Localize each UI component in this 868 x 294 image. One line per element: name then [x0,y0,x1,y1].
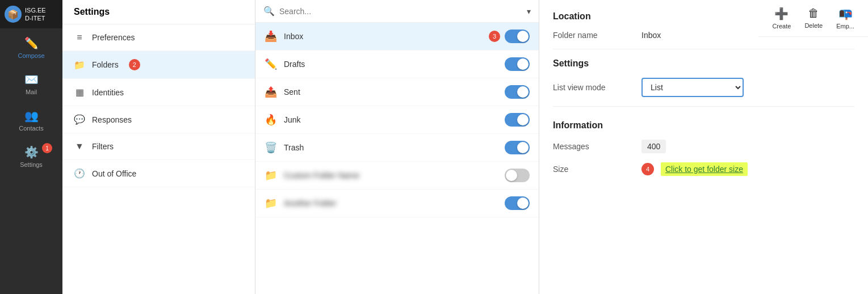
size-row: Size 4 Click to get folder size [553,162,854,176]
folder-name-drafts: Drafts [284,60,498,69]
folder-name-custom1: Custom Folder Name [284,171,498,180]
settings-item-responses[interactable]: 💬 Responses [62,106,255,133]
settings-title: Settings [553,58,854,69]
inbox-icon: 📥 [265,30,277,43]
size-value-container: 4 Click to get folder size [641,162,748,176]
divider-2 [553,106,854,107]
folders-icon: 📁 [74,60,85,70]
settings-item-folders[interactable]: 📁 Folders 2 [62,51,255,79]
folder-name-label: Folder name [553,31,632,40]
folder-panel: 🔍 ▾ 📥 Inbox 3 ✏️ Drafts [255,0,539,294]
settings-panel: Settings ≡ Preferences 📁 Folders 2 ▦ Ide… [62,0,255,294]
responses-icon: 💬 [74,114,85,125]
junk-toggle[interactable] [505,113,530,127]
nav-item-mail[interactable]: ✉️ Mail [0,65,62,101]
drafts-toggle-track[interactable] [505,57,530,71]
folder-item-junk[interactable]: 🔥 Junk [255,106,539,134]
information-section: Information Messages 400 Size 4 Click to… [553,120,854,176]
settings-nav-badge: 1 [42,143,52,153]
settings-icon: ⚙️ [24,145,39,159]
search-icon: 🔍 [263,6,275,16]
contacts-icon: 👥 [24,109,39,123]
folder-item-inbox[interactable]: 📥 Inbox 3 [255,23,539,51]
list-view-mode-label: List view mode [553,83,632,92]
custom2-toggle[interactable] [505,196,530,210]
top-toolbar: ➕ Create 🗑 Delete 📭 Emp... [758,0,868,37]
empty-icon: 📭 [838,7,853,20]
trash-toggle-thumb [517,142,529,153]
logo-text: ISG.EE D-ITET [25,6,46,23]
sent-toggle[interactable] [505,85,530,99]
messages-value: 400 [641,140,666,153]
step4-badge: 4 [641,163,654,175]
empty-button[interactable]: 📭 Emp... [836,7,854,30]
nav-item-compose[interactable]: ✏️ Compose [0,28,62,65]
inbox-toggle-container: 3 [489,30,530,43]
trash-toggle[interactable] [505,141,530,154]
search-bar: 🔍 ▾ [255,0,539,23]
click-to-size-link[interactable]: Click to get folder size [661,162,748,176]
create-icon: ➕ [774,7,789,20]
folder-item-sent[interactable]: 📤 Sent [255,78,539,106]
delete-button[interactable]: 🗑 Delete [804,7,823,30]
mail-icon: ✉️ [24,73,39,86]
compose-icon: ✏️ [24,36,39,50]
detail-panel: Location Folder name Inbox Settings List… [539,0,868,294]
sent-toggle-track[interactable] [505,85,530,99]
list-view-mode-select[interactable]: List Threads Compact [641,78,744,97]
sidebar-logo: 📦 ISG.EE D-ITET [0,0,62,28]
custom2-toggle-track[interactable] [505,196,530,210]
folder-name-custom2: Another Folder [284,199,498,208]
identities-icon: ▦ [74,87,85,98]
inbox-toggle-track[interactable] [505,30,530,43]
folder-name-trash: Trash [284,143,498,152]
messages-label: Messages [553,142,632,151]
drafts-icon: ✏️ [265,58,277,70]
folder-name-junk: Junk [284,115,498,124]
settings-item-outofoffice[interactable]: 🕐 Out of Office [62,160,255,187]
divider-1 [553,49,854,49]
search-chevron-icon[interactable]: ▾ [527,7,531,16]
messages-row: Messages 400 [553,140,854,153]
size-label: Size [553,165,632,174]
folder-item-custom2[interactable]: 📁 Another Folder [255,190,539,217]
custom2-toggle-thumb [517,198,529,209]
folder-name-inbox: Inbox [284,32,482,41]
nav-item-settings[interactable]: 1 ⚙️ Settings [0,137,62,174]
sent-toggle-thumb [517,86,529,98]
nav-item-contacts[interactable]: 👥 Contacts [0,101,62,137]
custom1-toggle-track[interactable] [505,169,530,182]
settings-menu: ≡ Preferences 📁 Folders 2 ▦ Identities 💬… [62,24,255,294]
delete-icon: 🗑 [808,7,819,20]
folder-item-trash[interactable]: 🗑️ Trash [255,134,539,162]
sent-icon: 📤 [265,86,277,98]
settings-item-preferences[interactable]: ≡ Preferences [62,24,255,51]
folder-name-value: Inbox [641,31,661,40]
folder-list: 📥 Inbox 3 ✏️ Drafts 📤 [255,23,539,294]
information-title: Information [553,120,854,131]
settings-item-filters[interactable]: ▼ Filters [62,133,255,160]
outofoffice-icon: 🕐 [74,168,85,179]
create-label: Create [772,23,791,30]
empty-label: Emp... [836,23,854,30]
list-view-mode-row: List view mode List Threads Compact [553,78,854,97]
custom1-toggle[interactable] [505,169,530,182]
folder-item-drafts[interactable]: ✏️ Drafts [255,51,539,78]
inbox-toggle-thumb [517,31,529,42]
folder-item-custom1[interactable]: 📁 Custom Folder Name [255,162,539,190]
custom2-icon: 📁 [265,197,277,209]
junk-icon: 🔥 [265,114,277,126]
inbox-toggle[interactable] [505,30,530,43]
settings-header: Settings [62,0,255,24]
custom1-icon: 📁 [265,169,277,182]
preferences-icon: ≡ [74,32,85,43]
create-button[interactable]: ➕ Create [772,7,791,30]
settings-item-identities[interactable]: ▦ Identities [62,79,255,106]
inbox-badge: 3 [489,31,500,42]
drafts-toggle-thumb [517,58,529,70]
search-input[interactable] [279,7,522,16]
trash-toggle-track[interactable] [505,141,530,154]
junk-toggle-track[interactable] [505,113,530,127]
delete-label: Delete [804,22,823,29]
drafts-toggle[interactable] [505,57,530,71]
